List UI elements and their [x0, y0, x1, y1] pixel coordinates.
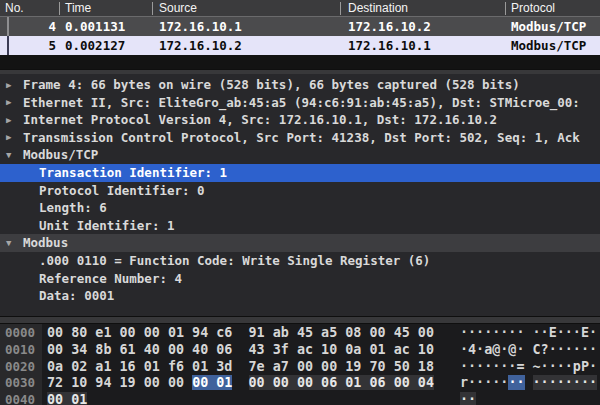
ascii-segment-plain[interactable]: ········ ··E···E· [460, 325, 597, 340]
detail-text: Modbus/TCP [23, 147, 98, 162]
detail-row-data-field[interactable]: Data: 0001 [0, 287, 600, 305]
detail-row-ethernet[interactable]: ▶Ethernet II, Src: EliteGro_ab:45:a5 (94… [0, 94, 600, 112]
ascii-segment-field[interactable]: ········ [533, 375, 598, 390]
column-header-protocol[interactable]: Protocol [505, 2, 600, 15]
hex-offset: 0020 [5, 359, 35, 376]
pane-splitter-bottom[interactable] [0, 316, 600, 324]
hex-byte-segment-plain[interactable]: 00 80 e1 00 00 01 94 c6 91 ab 45 a5 08 0… [47, 325, 434, 340]
hex-offset: 0040 [5, 392, 35, 405]
chevron-down-icon[interactable]: ▼ [4, 147, 23, 164]
hex-rows: 000000 80 e1 00 00 01 94 c6 91 ab 45 a5 … [0, 325, 600, 405]
ascii-segment-plain[interactable] [525, 375, 533, 390]
cell-destination: 172.16.10.2 [340, 17, 505, 36]
detail-text: Transmission Control Protocol, Src Port:… [23, 130, 580, 145]
hex-byte-segment-plain[interactable] [232, 375, 248, 390]
hex-row-0030[interactable]: 003072 10 94 19 00 00 00 01 00 00 00 06 … [0, 375, 600, 392]
hex-offset: 0010 [5, 342, 35, 359]
detail-row-frame[interactable]: ▶Frame 4: 66 bytes on wire (528 bits), 6… [0, 76, 600, 94]
packet-list-header: No.TimeSourceDestinationProtocol [0, 0, 600, 17]
column-header-destination[interactable]: Destination [340, 2, 505, 15]
chevron-down-icon[interactable]: ▼ [4, 235, 23, 252]
hex-ascii[interactable]: ·· [460, 392, 476, 405]
detail-row-tcp[interactable]: ▶Transmission Control Protocol, Src Port… [0, 129, 600, 147]
detail-text: Ethernet II, Src: EliteGro_ab:45:a5 (94:… [23, 95, 580, 110]
ascii-segment-field[interactable]: ·· [460, 392, 476, 405]
hex-offset: 0030 [5, 375, 35, 392]
detail-text: Length: 6 [39, 200, 107, 215]
hex-ascii[interactable]: ········ ··E···E· [460, 325, 597, 342]
hex-byte-segment-sel[interactable]: 00 01 [192, 375, 232, 390]
hex-bytes[interactable]: 00 80 e1 00 00 01 94 c6 91 ab 45 a5 08 0… [47, 325, 434, 342]
detail-text: Unit Identifier: 1 [39, 218, 174, 233]
conversation-line-icon [7, 17, 9, 36]
column-header-time[interactable]: Time [59, 2, 152, 15]
column-header-no[interactable]: No. [0, 2, 59, 15]
detail-row-modbus[interactable]: ▼Modbus [0, 234, 600, 252]
packet-row-4[interactable]: 40.001131172.16.10.1172.16.10.2Modbus/TC… [0, 17, 600, 36]
wireshark-window: No.TimeSourceDestinationProtocol 40.0011… [0, 0, 600, 405]
cell-source: 172.16.10.1 [152, 17, 340, 36]
hex-bytes[interactable]: 0a 02 a1 16 01 f6 01 3d 7e a7 00 00 19 7… [47, 359, 434, 376]
chevron-right-icon[interactable]: ▶ [4, 112, 23, 129]
detail-row-modbus-tcp[interactable]: ▼Modbus/TCP [0, 146, 600, 164]
detail-row-function-code[interactable]: .000 0110 = Function Code: Write Single … [0, 252, 600, 270]
hex-ascii[interactable]: ·······= ~····pP· [460, 359, 597, 376]
hex-byte-segment-field[interactable]: 00 00 00 06 01 06 00 04 [249, 375, 434, 390]
hex-row-0010[interactable]: 001000 34 8b 61 40 00 40 06 43 3f ac 10 … [0, 342, 600, 359]
detail-text: Modbus [23, 235, 68, 250]
hex-offset: 0000 [5, 325, 35, 342]
chevron-right-icon[interactable]: ▶ [4, 94, 23, 111]
cell-time: 0.001131 [59, 17, 152, 36]
ascii-segment-plain[interactable]: ·······= ~····pP· [460, 359, 597, 374]
detail-row-reference-number[interactable]: Reference Number: 4 [0, 270, 600, 288]
hex-ascii[interactable]: r······· ········ [460, 375, 597, 392]
ascii-segment-sel[interactable]: ·· [508, 375, 524, 390]
detail-row-protocol-identifier[interactable]: Protocol Identifier: 0 [0, 182, 600, 200]
hex-byte-segment-plain[interactable]: 0a 02 a1 16 01 f6 01 3d 7e a7 00 00 19 7… [47, 359, 434, 374]
hex-byte-segment-plain[interactable]: 00 34 8b 61 40 00 40 06 43 3f ac 10 0a 0… [47, 342, 434, 357]
detail-text: Reference Number: 4 [39, 271, 182, 286]
hex-row-0000[interactable]: 000000 80 e1 00 00 01 94 c6 91 ab 45 a5 … [0, 325, 600, 342]
cell-protocol: Modbus/TCP [505, 36, 600, 55]
hex-row-0020[interactable]: 00200a 02 a1 16 01 f6 01 3d 7e a7 00 00 … [0, 359, 600, 376]
detail-text: Data: 0001 [39, 288, 114, 303]
conversation-line-icon [7, 36, 9, 55]
cell-protocol: Modbus/TCP [505, 17, 600, 36]
detail-row-transaction-identifier[interactable]: Transaction Identifier: 1 [0, 164, 600, 182]
hex-byte-segment-field[interactable]: 00 01 [47, 392, 87, 405]
ascii-segment-plain[interactable]: ·4·a@·@· C?······ [460, 342, 597, 357]
hex-byte-segment-plain[interactable]: 72 10 94 19 00 00 [47, 375, 192, 390]
chevron-right-icon[interactable]: ▶ [4, 77, 23, 94]
packet-row-5[interactable]: 50.002127172.16.10.2172.16.10.1Modbus/TC… [0, 36, 600, 55]
detail-row-ipv4[interactable]: ▶Internet Protocol Version 4, Src: 172.1… [0, 111, 600, 129]
hex-dump-pane: 000000 80 e1 00 00 01 94 c6 91 ab 45 a5 … [0, 324, 600, 405]
detail-text: Frame 4: 66 bytes on wire (528 bits), 66… [23, 77, 520, 92]
packet-list-body: 40.001131172.16.10.1172.16.10.2Modbus/TC… [0, 17, 600, 55]
column-header-source[interactable]: Source [152, 2, 340, 15]
hex-bytes[interactable]: 00 01 [47, 392, 87, 405]
hex-row-0040[interactable]: 004000 01·· [0, 392, 600, 405]
cell-time: 0.002127 [59, 36, 152, 55]
detail-row-unit-identifier[interactable]: Unit Identifier: 1 [0, 217, 600, 235]
detail-row-length[interactable]: Length: 6 [0, 199, 600, 217]
details-pane: ▶Frame 4: 66 bytes on wire (528 bits), 6… [0, 74, 600, 316]
detail-text: Internet Protocol Version 4, Src: 172.16… [23, 112, 497, 127]
cell-destination: 172.16.10.1 [340, 36, 505, 55]
chevron-right-icon[interactable]: ▶ [4, 129, 23, 146]
hex-ascii[interactable]: ·4·a@·@· C?······ [460, 342, 597, 359]
detail-text: Transaction Identifier: 1 [39, 165, 227, 180]
detail-text: Protocol Identifier: 0 [39, 183, 205, 198]
detail-text: .000 0110 = Function Code: Write Single … [39, 253, 430, 268]
hex-bytes[interactable]: 72 10 94 19 00 00 00 01 00 00 00 06 01 0… [47, 375, 434, 392]
cell-source: 172.16.10.2 [152, 36, 340, 55]
ascii-segment-plain[interactable]: r····· [460, 375, 508, 390]
hex-bytes[interactable]: 00 34 8b 61 40 00 40 06 43 3f ac 10 0a 0… [47, 342, 434, 359]
